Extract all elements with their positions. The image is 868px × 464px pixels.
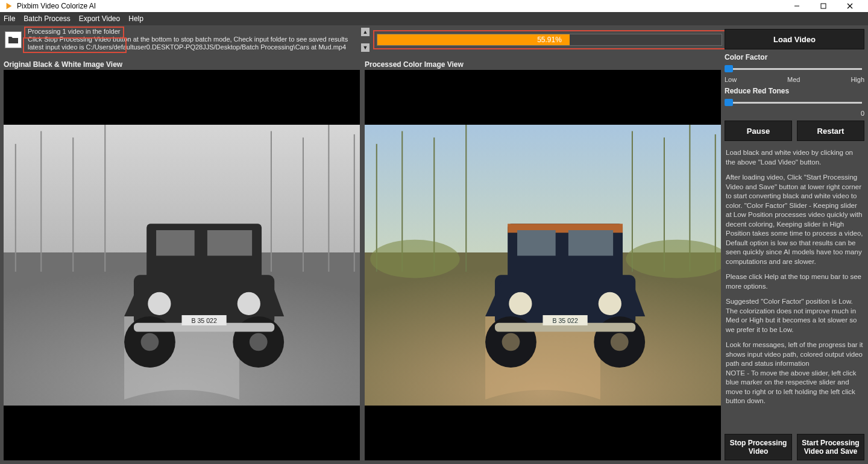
reduce-red-slider[interactable] — [725, 99, 864, 106]
scroll-up-icon[interactable]: ▲ — [361, 28, 370, 36]
progress-bar: 55.91% — [373, 30, 726, 49]
restart-button[interactable]: Restart — [797, 121, 864, 141]
menubar: File Batch Process Export Video Help — [0, 12, 868, 25]
titlebar: Pixbim Video Colorize AI — [0, 0, 868, 12]
help-p7: NOTE - To move the above slider, left cl… — [726, 369, 856, 405]
original-viewer: B 35 022 — [4, 70, 360, 460]
help-p6: Look for messages, left of the progress … — [726, 341, 863, 367]
processed-frame-image: B 35 022 — [365, 125, 721, 406]
svg-point-22 — [148, 292, 171, 315]
svg-rect-17 — [207, 230, 252, 256]
folder-icon — [8, 36, 19, 44]
svg-rect-1 — [821, 4, 826, 8]
color-factor-ticks: Low Med High — [725, 76, 864, 83]
svg-point-49 — [599, 292, 621, 315]
color-factor-label: Color Factor — [725, 53, 864, 61]
svg-rect-42 — [517, 230, 556, 256]
help-p1: Load black and white video by clicking o… — [726, 148, 863, 167]
svg-rect-43 — [568, 230, 613, 256]
load-video-button[interactable]: Load Video — [725, 29, 864, 49]
window-title: Pixbim Video Colorize AI — [17, 2, 96, 10]
log-panel: Processing 1 video in the folder Click S… — [25, 28, 366, 52]
menu-file[interactable]: File — [4, 14, 15, 23]
svg-point-37 — [370, 240, 459, 278]
pause-button[interactable]: Pause — [725, 121, 792, 141]
menu-batch-process[interactable]: Batch Process — [24, 14, 70, 23]
app-icon — [5, 2, 13, 10]
original-view-label: Original Black & White Image View — [4, 60, 360, 69]
processed-viewer: B 35 022 — [365, 70, 721, 460]
minimize-button[interactable] — [784, 0, 810, 12]
help-p5: Suggested "Color Factor" position is Low… — [726, 297, 863, 334]
svg-point-48 — [509, 292, 532, 315]
help-p4: Please click Help at the top menu bar to… — [726, 272, 863, 291]
svg-point-46 — [502, 333, 520, 351]
log-scrollbar[interactable]: ▲ ▼ — [361, 28, 370, 52]
menu-export-video[interactable]: Export Video — [79, 14, 121, 23]
cf-low: Low — [725, 76, 737, 83]
progress-text: 55.91% — [373, 34, 726, 46]
reduce-red-label: Reduce Red Tones — [725, 87, 864, 95]
view-area: Original Black & White Image View — [4, 60, 721, 460]
maximize-button[interactable] — [810, 0, 837, 12]
log-line-3: latest input video is C:/Users/defaultus… — [28, 43, 360, 51]
cf-high: High — [851, 76, 864, 83]
svg-point-47 — [611, 333, 629, 351]
svg-point-20 — [141, 333, 159, 351]
svg-point-21 — [250, 333, 268, 351]
svg-text:B 35 022: B 35 022 — [552, 316, 578, 324]
log-text: Processing 1 video in the folder Click S… — [25, 28, 360, 52]
help-p3: "Color Factor" Slider - Keeping slider a… — [726, 202, 863, 265]
log-line-2: Click Stop Processing Video button at th… — [28, 36, 360, 43]
start-processing-button[interactable]: Start Processing Video and Save — [797, 434, 864, 460]
reduce-red-max: 0 — [725, 110, 864, 117]
right-panel: Load Video Color Factor Low Med High Red… — [725, 29, 864, 460]
svg-text:B 35 022: B 35 022 — [191, 316, 217, 324]
menu-help[interactable]: Help — [128, 14, 143, 23]
processed-view-label: Processed Color Image View — [365, 60, 721, 69]
color-factor-slider[interactable] — [725, 65, 864, 72]
open-folder-button[interactable] — [5, 31, 22, 48]
close-button[interactable] — [837, 0, 863, 12]
svg-rect-16 — [156, 230, 195, 256]
cf-med: Med — [787, 76, 800, 83]
svg-point-23 — [237, 292, 260, 315]
log-line-1: Processing 1 video in the folder — [28, 28, 360, 36]
original-frame-image: B 35 022 — [4, 125, 360, 406]
scroll-down-icon[interactable]: ▼ — [361, 43, 370, 52]
stop-processing-button[interactable]: Stop Processing Video — [725, 434, 792, 460]
help-text: Load black and white video by clicking o… — [725, 145, 864, 430]
